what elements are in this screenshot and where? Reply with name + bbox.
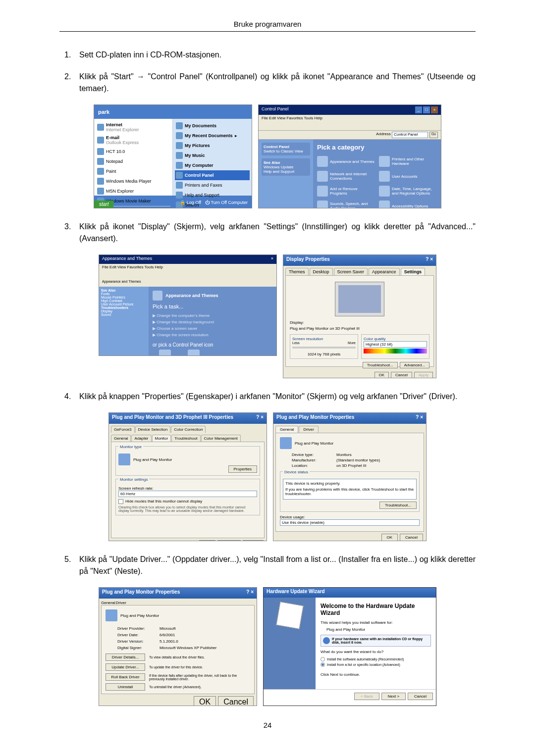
cancel-button[interactable]: Cancel: [408, 693, 433, 700]
cat-printers[interactable]: Printers and Other Hardware: [379, 156, 437, 167]
address-bar[interactable]: Appearance and Themes: [99, 279, 276, 287]
tab-geforce[interactable]: GeForce3: [111, 426, 135, 433]
tab-desktop[interactable]: Desktop: [310, 268, 333, 275]
cat-datetime[interactable]: Date, Time, Language, and Regional Optio…: [379, 186, 437, 197]
next-button[interactable]: Next >: [381, 693, 406, 700]
tab-settings[interactable]: Settings: [401, 268, 426, 275]
cat-sounds[interactable]: Sounds, Speech, and Audio Devices: [317, 201, 375, 208]
sidebar-link[interactable]: High Contrast: [101, 299, 122, 302]
cat-appearance[interactable]: Appearance and Themes: [317, 156, 375, 167]
menu-notepad[interactable]: Notepad: [96, 156, 170, 166]
menu-msn[interactable]: MSN Explorer: [96, 186, 170, 196]
hide-modes-checkbox[interactable]: [118, 499, 123, 504]
close-button[interactable]: ×: [431, 106, 438, 113]
menu-wmp[interactable]: Windows Media Player: [96, 176, 170, 186]
tab-driver[interactable]: Driver: [299, 426, 318, 433]
menu-recent[interactable]: My Recent Documents ▸: [175, 131, 250, 141]
update-driver-button[interactable]: Update Driver...: [106, 663, 145, 671]
sidebar-link[interactable]: Mouse Pointers: [101, 296, 125, 299]
tab-general[interactable]: General: [275, 426, 298, 433]
refresh-rate-dropdown[interactable]: 60 Hertz: [118, 491, 257, 497]
tab-device-selection[interactable]: Device Selection: [135, 426, 171, 433]
apply-button[interactable]: Apply: [414, 372, 433, 378]
color-quality-dropdown[interactable]: Highest (32 bit): [364, 341, 427, 348]
tab-monitor[interactable]: Monitor: [152, 435, 171, 442]
sidebar-switch-link[interactable]: Switch to Classic View: [264, 149, 303, 153]
rollback-driver-button[interactable]: Roll Back Driver: [106, 673, 145, 681]
menu-music[interactable]: My Music: [175, 151, 250, 160]
logoff-button[interactable]: 🔒 Log Off: [180, 200, 201, 205]
driver-details-button[interactable]: Driver Details...: [106, 654, 145, 661]
tab-adapter[interactable]: Adapter: [131, 435, 151, 442]
back-button[interactable]: < Back: [354, 693, 379, 700]
sidebar-link[interactable]: Fonts: [101, 292, 110, 296]
sidebar-link[interactable]: Display: [101, 309, 112, 313]
tab-general[interactable]: General: [111, 435, 131, 442]
troubleshoot-button[interactable]: Troubleshoot...: [379, 502, 417, 509]
advanced-button[interactable]: Advanced...: [400, 362, 429, 368]
cancel-button[interactable]: Cancel: [218, 696, 254, 706]
cat-addremove[interactable]: Add or Remove Programs: [317, 186, 375, 197]
sidebar-link[interactable]: Windows Update: [264, 165, 293, 169]
close-button[interactable]: ×: [251, 589, 254, 595]
menu-help[interactable]: Help and Support: [175, 190, 250, 200]
close-button[interactable]: ×: [261, 414, 264, 420]
troubleshoot-button[interactable]: Troubleshoot...: [363, 362, 398, 368]
cat-network[interactable]: Network and Internet Connections: [317, 171, 375, 182]
radio-list[interactable]: [321, 662, 325, 667]
cancel-button[interactable]: Cancel: [217, 540, 241, 541]
menu-controlpanel[interactable]: Control Panel: [175, 170, 250, 180]
menu-hct[interactable]: HCT 10.0: [96, 147, 170, 156]
close-button[interactable]: ×: [271, 256, 273, 261]
sidebar-link[interactable]: Help and Support: [264, 169, 294, 174]
go-button[interactable]: Go: [429, 132, 438, 138]
radio-auto[interactable]: [321, 657, 325, 661]
maximize-button[interactable]: □: [423, 106, 430, 113]
help-button[interactable]: ?: [256, 414, 259, 420]
tab-screensaver[interactable]: Screen Saver: [334, 268, 368, 275]
task-link[interactable]: ▶ Choose a screen saver: [153, 325, 272, 332]
close-button[interactable]: ×: [420, 414, 423, 420]
menu-internet[interactable]: InternetInternet Explorer: [96, 121, 170, 134]
close-button[interactable]: ×: [430, 256, 433, 262]
help-button[interactable]: ?: [426, 256, 428, 262]
cancel-button[interactable]: Cancel: [391, 372, 412, 378]
apply-button[interactable]: Apply: [243, 540, 264, 541]
help-button[interactable]: ?: [416, 414, 419, 420]
properties-button[interactable]: Properties: [228, 465, 257, 473]
address-field[interactable]: Control Panel: [392, 132, 428, 138]
menu-printers[interactable]: Printers and Faxes: [175, 180, 250, 190]
tab-troubleshoot[interactable]: Troubleshoot: [171, 435, 200, 442]
taskbar-start-button[interactable]: start: [94, 201, 113, 208]
turnoff-button[interactable]: ⏻ Turn Off Computer: [205, 200, 248, 205]
uninstall-button[interactable]: Uninstall: [106, 683, 145, 691]
cat-accessibility[interactable]: Accessibility Options: [379, 201, 437, 208]
toolbar[interactable]: File Edit View Favorites Tools Help: [99, 264, 276, 279]
ok-button[interactable]: OK: [374, 372, 389, 378]
tab-driver[interactable]: Driver: [115, 601, 126, 605]
help-button[interactable]: ?: [246, 589, 249, 595]
tab-color-correction[interactable]: Color Correction: [171, 426, 206, 433]
menu-bar[interactable]: File Edit View Favorites Tools Help: [259, 115, 441, 131]
cancel-button[interactable]: Cancel: [400, 534, 423, 541]
cp-icon-folder-options[interactable]: Folder Options: [181, 350, 206, 356]
task-link[interactable]: ▶ Change the desktop background: [153, 319, 272, 325]
sidebar-link[interactable]: User Account Picture: [101, 302, 133, 306]
menu-paint[interactable]: Paint: [96, 166, 170, 176]
menu-computer[interactable]: My Computer: [175, 160, 250, 170]
usage-dropdown[interactable]: Use this device (enable): [280, 519, 420, 526]
menu-mydocs[interactable]: My Documents: [175, 121, 250, 131]
tab-themes[interactable]: Themes: [285, 268, 309, 275]
cp-icon-display[interactable]: Display: [153, 350, 177, 356]
tab-general[interactable]: General: [101, 601, 115, 605]
cat-users[interactable]: User Accounts: [379, 171, 437, 182]
task-link[interactable]: ▶ Change the screen resolution: [153, 332, 272, 338]
minimize-button[interactable]: _: [415, 106, 422, 113]
tab-appearance[interactable]: Appearance: [369, 268, 400, 275]
ok-button[interactable]: OK: [194, 696, 216, 706]
tab-color-management[interactable]: Color Management: [201, 435, 241, 442]
menu-pictures[interactable]: My Pictures: [175, 141, 250, 151]
menu-email[interactable]: E-mailOutlook Express: [96, 134, 170, 147]
ok-button[interactable]: OK: [381, 534, 398, 541]
sidebar-link[interactable]: Sound: [101, 313, 111, 316]
